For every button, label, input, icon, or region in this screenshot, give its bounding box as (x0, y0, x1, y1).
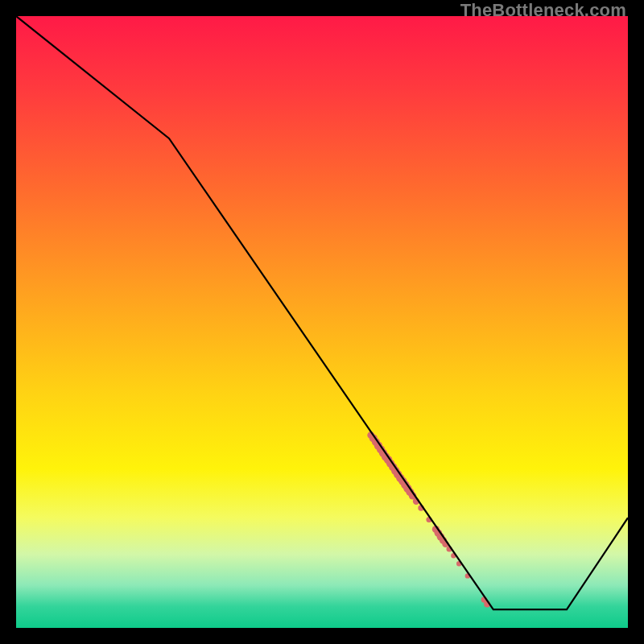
bottleneck-chart (16, 16, 628, 628)
watermark-text: TheBottleneck.com (460, 0, 626, 21)
heatmap-background (16, 16, 628, 628)
chart-frame (16, 16, 628, 628)
